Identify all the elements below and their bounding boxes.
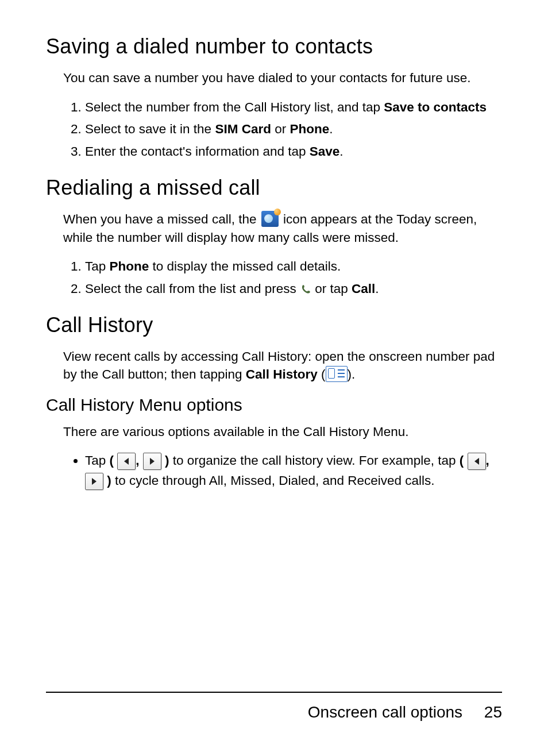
paren-close: ) <box>161 453 169 468</box>
text: to organize the call history view. For e… <box>169 453 460 468</box>
bold-save-to-contacts: Save to contacts <box>384 100 487 114</box>
text: When you have a missed call, the <box>63 212 260 226</box>
bold-phone-tap: Phone <box>110 259 149 273</box>
text: Tap <box>85 259 110 273</box>
saving-step-1: Select the number from the Call History … <box>85 98 502 118</box>
history-bullet-1: Tap ( , ) to organize the call history v… <box>85 451 502 491</box>
manual-page: Saving a dialed number to contacts You c… <box>0 0 548 756</box>
text: . <box>375 281 379 296</box>
text: Select to save it in the <box>85 122 215 136</box>
nav-right-icon <box>85 473 103 490</box>
text: . <box>329 122 333 136</box>
paren-close-2: ) <box>103 473 111 488</box>
page-footer: Onscreen call options 25 <box>308 703 502 722</box>
redial-steps: Tap Phone to display the missed call det… <box>63 257 502 299</box>
saving-step-3: Enter the contact's information and tap … <box>85 142 502 162</box>
footer-rule <box>46 692 502 693</box>
nav-right-icon <box>143 453 161 470</box>
text: or <box>271 122 290 136</box>
bold-call: Call <box>352 281 375 296</box>
paren-open: ( <box>110 453 118 468</box>
heading-saving: Saving a dialed number to contacts <box>46 34 502 59</box>
heading-history-menu: Call History Menu options <box>46 395 502 415</box>
history-intro: View recent calls by accessing Call Hist… <box>63 348 502 384</box>
svg-marker-3 <box>92 478 97 485</box>
text: Enter the contact's information and tap <box>85 144 310 159</box>
text: ). <box>348 367 356 381</box>
footer-title: Onscreen call options <box>308 703 462 721</box>
text: to display the missed call details. <box>149 259 341 273</box>
text: . <box>339 144 343 159</box>
redial-step-1: Tap Phone to display the missed call det… <box>85 257 502 277</box>
redial-step-2: Select the call from the list and press … <box>85 279 502 299</box>
comma-2: , <box>486 453 489 468</box>
svg-marker-1 <box>150 458 155 465</box>
nav-left-icon <box>468 453 486 470</box>
text: Select the number from the Call History … <box>85 100 384 114</box>
redial-intro: When you have a missed call, the icon ap… <box>63 210 502 246</box>
saving-step-2: Select to save it in the SIM Card or Pho… <box>85 119 502 140</box>
saving-steps: Select the number from the Call History … <box>63 98 502 163</box>
call-history-list-icon <box>326 366 348 382</box>
text: to cycle through All, Missed, Dialed, an… <box>111 473 435 488</box>
page-number: 25 <box>484 703 502 721</box>
bold-save: Save <box>310 144 340 159</box>
text: or tap <box>315 281 352 296</box>
heading-redial: Redialing a missed call <box>46 176 502 200</box>
phone-small-icon <box>300 282 311 295</box>
text: Select the call from the list and press <box>85 281 300 296</box>
heading-history: Call History <box>46 313 502 337</box>
history-menu-bullets: Tap ( , ) to organize the call history v… <box>63 451 502 491</box>
bold-call-history: Call History <box>246 367 318 381</box>
missed-call-icon <box>261 211 279 227</box>
text: Tap <box>85 453 110 468</box>
svg-marker-0 <box>124 458 129 465</box>
bold-sim-card: SIM Card <box>215 122 271 136</box>
paren-open-2: ( <box>460 453 468 468</box>
text: ( <box>318 367 326 381</box>
nav-left-icon <box>117 453 136 470</box>
saving-intro: You can save a number you have dialed to… <box>63 69 502 87</box>
svg-marker-2 <box>474 458 479 465</box>
bold-phone: Phone <box>290 122 329 136</box>
comma: , <box>136 453 143 468</box>
history-menu-intro: There are various options available in t… <box>63 423 502 441</box>
